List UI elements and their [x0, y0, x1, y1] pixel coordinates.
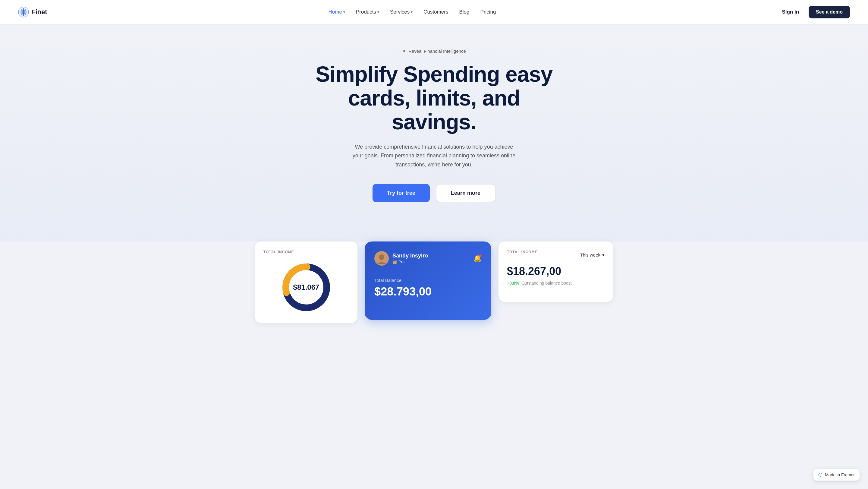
right-card-label: TOTAL INCOME	[507, 250, 538, 254]
signin-button[interactable]: Sign in	[777, 7, 804, 18]
nav-services[interactable]: Services ▾	[390, 9, 412, 15]
user-balance-card: Sandy Insyiro 👑 Pro 🔔 Total Balance $28.…	[365, 242, 491, 320]
balance-value: $28.793,00	[374, 285, 482, 298]
try-free-button[interactable]: Try for free	[373, 184, 430, 202]
chevron-down-icon: ▾	[602, 252, 604, 258]
boost-text: Outstanding balance boost	[521, 281, 572, 285]
chevron-down-icon: ▾	[343, 10, 345, 14]
chevron-down-icon: ▾	[411, 10, 412, 14]
avatar	[374, 251, 389, 266]
donut-card-label: TOTAL INCOME	[264, 250, 349, 254]
nav-products[interactable]: Products ▾	[356, 9, 379, 15]
hero-section: ✦ Reveal Financial Intelligence Simplify…	[0, 24, 868, 242]
boost-percent: +0.8%	[507, 281, 519, 285]
income-value: $18.267,00	[507, 265, 604, 278]
nav-pricing[interactable]: Pricing	[480, 9, 496, 15]
donut-center-value: $81.067	[293, 283, 319, 292]
navbar-actions: Sign in See a demo	[777, 6, 850, 19]
hero-badge: ✦ Reveal Financial Intelligence	[402, 48, 466, 54]
logo-icon	[18, 7, 29, 18]
navbar: Finet Home ▾ Products ▾ Services ▾ Custo…	[0, 0, 868, 24]
donut-chart-container: $81.067	[264, 260, 349, 314]
nav-menu: Home ▾ Products ▾ Services ▾ Customers B…	[329, 9, 496, 15]
hero-subtitle: We provide comprehensive financial solut…	[350, 143, 518, 170]
demo-button[interactable]: See a demo	[809, 6, 850, 19]
nav-home[interactable]: Home ▾	[329, 9, 345, 15]
learn-more-button[interactable]: Learn more	[436, 184, 495, 202]
logo-area: Finet	[18, 7, 47, 18]
notification-bell[interactable]: 🔔	[473, 254, 482, 262]
income-boost-row: +0.8% Outstanding balance boost	[507, 281, 604, 285]
week-selector[interactable]: This week ▾	[580, 252, 604, 258]
card-user-row: Sandy Insyiro 👑 Pro 🔔	[374, 251, 482, 266]
nav-customers[interactable]: Customers	[424, 9, 448, 15]
notification-dot	[479, 254, 482, 257]
card-right-header: TOTAL INCOME This week ▾	[507, 250, 604, 260]
total-income-donut-card: TOTAL INCOME $81.067	[255, 242, 358, 323]
weekly-income-card: TOTAL INCOME This week ▾ $18.267,00 +0.8…	[498, 242, 613, 302]
user-tier-badge: 👑 Pro	[393, 259, 428, 264]
chevron-down-icon: ▾	[377, 10, 379, 14]
card-user-details: Sandy Insyiro 👑 Pro	[393, 253, 428, 264]
cards-section: TOTAL INCOME $81.067	[0, 242, 868, 323]
framer-badge: ⬡ Made in Framer	[813, 469, 860, 481]
framer-icon: ⬡	[818, 472, 823, 478]
sparkle-icon: ✦	[402, 48, 406, 54]
balance-label: Total Balance	[374, 278, 482, 283]
card-user-info: Sandy Insyiro 👑 Pro	[374, 251, 428, 266]
svg-point-13	[379, 254, 384, 260]
crown-icon: 👑	[393, 259, 397, 264]
logo-text: Finet	[31, 8, 47, 16]
nav-blog[interactable]: Blog	[459, 9, 469, 15]
hero-title: Simplify Spending easy cards, limits, an…	[313, 62, 555, 134]
hero-buttons: Try for free Learn more	[373, 184, 495, 202]
